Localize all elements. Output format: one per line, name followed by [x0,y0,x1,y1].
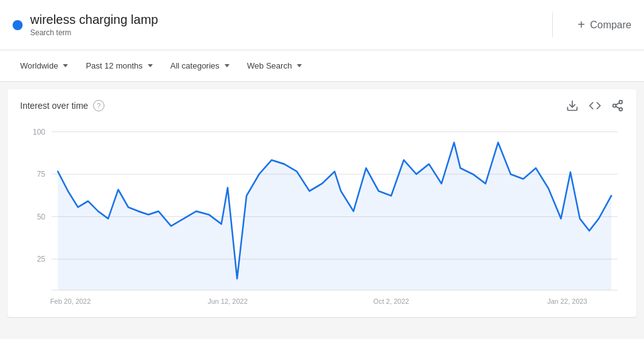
chart-title-section: Interest over time ? [20,100,104,111]
chevron-down-icon [225,64,230,67]
chevron-down-icon [148,64,153,67]
header-bar: wireless charging lamp Search term + Com… [0,0,644,50]
help-icon[interactable]: ? [93,100,104,111]
filter-type-label: Web Search [247,61,292,70]
filters-bar: Worldwide Past 12 months All categories … [0,50,644,82]
svg-text:25: 25 [37,255,45,264]
search-term-subtitle: Search term [30,28,158,37]
compare-plus-icon: + [578,18,586,32]
chart-container: Interest over time ? [8,89,636,317]
chart-actions [566,99,624,112]
svg-text:50: 50 [37,212,45,221]
search-term-dot [13,20,23,30]
compare-section[interactable]: + Compare [553,18,632,32]
search-term-title: wireless charging lamp [30,13,158,27]
search-term-section: wireless charging lamp Search term [13,13,553,37]
filter-category-label: All categories [170,61,219,70]
filter-region[interactable]: Worldwide [13,57,75,74]
embed-code-icon[interactable] [589,99,601,112]
search-term-text: wireless charging lamp Search term [30,13,158,37]
chevron-down-icon [63,64,68,67]
chart-area: 100 75 50 25 Feb 20, 2022 Jun 12, 2022 O… [20,118,624,307]
svg-text:100: 100 [33,127,45,136]
chart-header: Interest over time ? [20,99,624,112]
share-icon[interactable] [611,99,624,112]
svg-text:75: 75 [37,170,45,179]
filter-time-label: Past 12 months [86,61,142,70]
compare-label: Compare [590,19,631,31]
svg-text:Oct 2, 2022: Oct 2, 2022 [374,297,409,304]
filter-time[interactable]: Past 12 months [78,57,160,74]
download-icon[interactable] [566,99,579,112]
svg-text:Feb 20, 2022: Feb 20, 2022 [50,297,91,304]
filter-category[interactable]: All categories [163,57,237,74]
chevron-down-icon [297,64,302,67]
filter-region-label: Worldwide [20,61,58,70]
chart-title: Interest over time [20,101,88,111]
svg-line-5 [616,103,619,104]
filter-type[interactable]: Web Search [240,57,309,74]
svg-marker-19 [58,143,611,291]
svg-text:Jun 12, 2022: Jun 12, 2022 [208,297,247,304]
svg-line-4 [616,106,619,108]
trend-line-chart: 100 75 50 25 Feb 20, 2022 Jun 12, 2022 O… [20,118,624,307]
svg-text:Jan 22, 2023: Jan 22, 2023 [547,297,587,304]
